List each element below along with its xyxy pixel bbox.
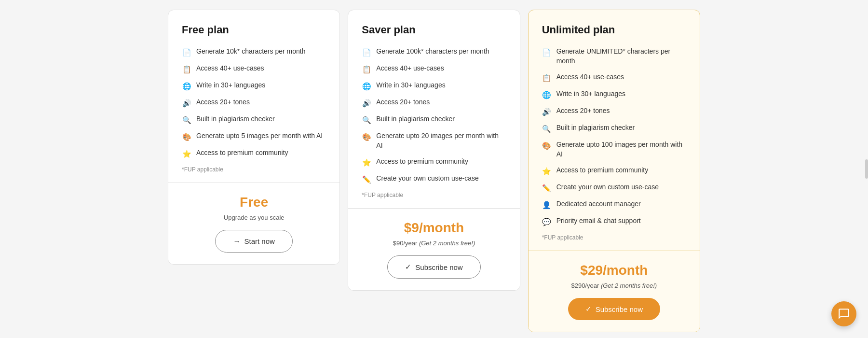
feature-icon: 🌐 <box>182 81 191 91</box>
feature-icon: 🔊 <box>542 107 552 116</box>
plan-content-unlimited: Unlimited plan📄Generate UNLIMITED* chara… <box>529 10 700 251</box>
feature-item: ✏️Create your own custom use-case <box>362 174 506 184</box>
feature-item: 🔍Built in plagiarism checker <box>362 114 506 125</box>
plan-card-free: Free plan📄Generate 10k* characters per m… <box>168 10 340 265</box>
plan-title-saver: Saver plan <box>362 24 506 36</box>
feature-text: Generate upto 20 images per month with A… <box>376 131 506 150</box>
feature-icon: ✏️ <box>362 174 371 184</box>
feature-text: Write in 30+ languages <box>196 81 265 90</box>
plans-grid: Free plan📄Generate 10k* characters per m… <box>164 10 704 332</box>
chat-support-button[interactable] <box>831 301 856 326</box>
feature-item: 🌐Write in 30+ languages <box>182 81 326 91</box>
btn-icon-free: → <box>233 237 240 245</box>
feature-item: 🎨Generate upto 100 images per month with… <box>542 140 686 159</box>
price-sub-saver: $90/year (Get 2 months free!) <box>393 239 475 247</box>
price-label-free: Free <box>240 195 268 210</box>
feature-text: Access to premium community <box>556 166 649 175</box>
feature-icon: 🎨 <box>362 132 371 141</box>
feature-text: Create your own custom use-case <box>556 183 659 192</box>
price-label-unlimited: $29/month <box>580 263 648 278</box>
feature-icon: ⭐ <box>362 157 371 167</box>
plan-title-free: Free plan <box>182 24 326 36</box>
plan-content-saver: Saver plan📄Generate 100k* characters per… <box>348 10 519 208</box>
feature-item: 🔍Built in plagiarism checker <box>542 123 686 133</box>
fup-note-free: *FUP applicable <box>182 166 326 173</box>
feature-item: 📄Generate 100k* characters per month <box>362 47 506 57</box>
feature-item: ✏️Create your own custom use-case <box>542 183 686 193</box>
feature-item: 🌐Write in 30+ languages <box>542 89 686 99</box>
feature-item: 📋Access 40+ use-cases <box>542 72 686 83</box>
feature-item: 🎨Generate upto 20 images per month with … <box>362 131 506 150</box>
feature-text: Access 20+ tones <box>196 98 250 107</box>
feature-list-saver: 📄Generate 100k* characters per month📋Acc… <box>362 47 506 184</box>
plan-title-unlimited: Unlimited plan <box>542 24 686 36</box>
feature-icon: 🔊 <box>362 98 371 108</box>
plan-card-saver: Saver plan📄Generate 100k* characters per… <box>348 10 520 291</box>
page-container: Free plan📄Generate 10k* characters per m… <box>145 10 723 332</box>
feature-text: Generate 100k* characters per month <box>376 47 489 56</box>
scrollbar[interactable] <box>865 159 868 179</box>
feature-text: Generate upto 100 images per month with … <box>556 140 686 159</box>
feature-item: ⭐Access to premium community <box>542 166 686 176</box>
feature-item: 📄Generate UNLIMITED* characters per mont… <box>542 47 686 66</box>
cta-button-free[interactable]: →Start now <box>215 230 292 253</box>
feature-text: Access 40+ use-cases <box>376 64 444 73</box>
feature-icon: 🔊 <box>182 98 191 108</box>
feature-text: Built in plagiarism checker <box>196 114 275 124</box>
feature-item: 📋Access 40+ use-cases <box>362 64 506 74</box>
feature-text: Priority email & chat support <box>556 216 641 226</box>
feature-icon: 🔍 <box>362 115 371 125</box>
feature-icon: 🔍 <box>182 115 191 125</box>
fup-note-saver: *FUP applicable <box>362 192 506 198</box>
feature-icon: 🎨 <box>182 132 191 141</box>
chat-icon <box>838 308 850 320</box>
feature-item: ⭐Access to premium community <box>362 157 506 167</box>
feature-text: Built in plagiarism checker <box>376 114 455 124</box>
feature-item: 👤Dedicated account manager <box>542 199 686 210</box>
feature-icon: 📄 <box>182 47 191 57</box>
feature-icon: ✏️ <box>542 183 552 193</box>
price-label-saver: $9/month <box>404 220 464 236</box>
feature-text: Generate UNLIMITED* characters per month <box>556 47 686 66</box>
cta-button-saver[interactable]: ✓Subscribe now <box>387 255 480 279</box>
feature-icon: 🎨 <box>542 141 552 150</box>
feature-item: 🔊Access 20+ tones <box>542 106 686 116</box>
feature-icon: 💬 <box>542 217 552 226</box>
cta-button-unlimited[interactable]: ✓Subscribe now <box>568 298 660 320</box>
feature-text: Access 40+ use-cases <box>196 64 264 73</box>
feature-icon: 👤 <box>542 200 552 210</box>
feature-item: 🔊Access 20+ tones <box>362 98 506 108</box>
feature-item: 🌐Write in 30+ languages <box>362 81 506 91</box>
plan-footer-unlimited: $29/month$290/year (Get 2 months free!)✓… <box>529 251 700 332</box>
btn-label-saver: Subscribe now <box>415 263 462 271</box>
plan-footer-free: FreeUpgrade as you scale→Start now <box>168 183 339 264</box>
feature-icon: ⭐ <box>542 166 552 176</box>
feature-item: 🔊Access 20+ tones <box>182 98 326 108</box>
feature-icon: 📋 <box>182 64 191 74</box>
plan-card-unlimited: Unlimited plan📄Generate UNLIMITED* chara… <box>528 10 700 332</box>
btn-icon-saver: ✓ <box>405 263 411 271</box>
feature-icon: 📄 <box>362 47 371 57</box>
feature-text: Built in plagiarism checker <box>556 123 635 133</box>
feature-item: 🎨Generate upto 5 images per month with A… <box>182 131 326 141</box>
feature-icon: 🌐 <box>542 90 552 99</box>
btn-label-free: Start now <box>244 237 274 245</box>
feature-text: Generate upto 5 images per month with AI <box>196 131 323 141</box>
feature-text: Write in 30+ languages <box>556 89 625 99</box>
btn-label-unlimited: Subscribe now <box>596 305 643 313</box>
price-sub-free: Upgrade as you scale <box>224 214 285 221</box>
fup-note-unlimited: *FUP applicable <box>542 234 686 241</box>
feature-text: Access to premium community <box>376 157 468 167</box>
btn-icon-unlimited: ✓ <box>585 305 592 313</box>
feature-icon: 📋 <box>362 64 371 74</box>
feature-text: Generate 10k* characters per month <box>196 47 305 56</box>
feature-text: Dedicated account manager <box>556 199 641 209</box>
feature-icon: ⭐ <box>182 149 191 158</box>
feature-item: ⭐Access to premium community <box>182 148 326 158</box>
feature-icon: 🌐 <box>362 81 371 91</box>
feature-text: Access to premium community <box>196 148 288 158</box>
feature-item: 🔍Built in plagiarism checker <box>182 114 326 125</box>
feature-icon: 📄 <box>542 47 552 57</box>
feature-item: 📄Generate 10k* characters per month <box>182 47 326 57</box>
plan-content-free: Free plan📄Generate 10k* characters per m… <box>168 10 339 183</box>
